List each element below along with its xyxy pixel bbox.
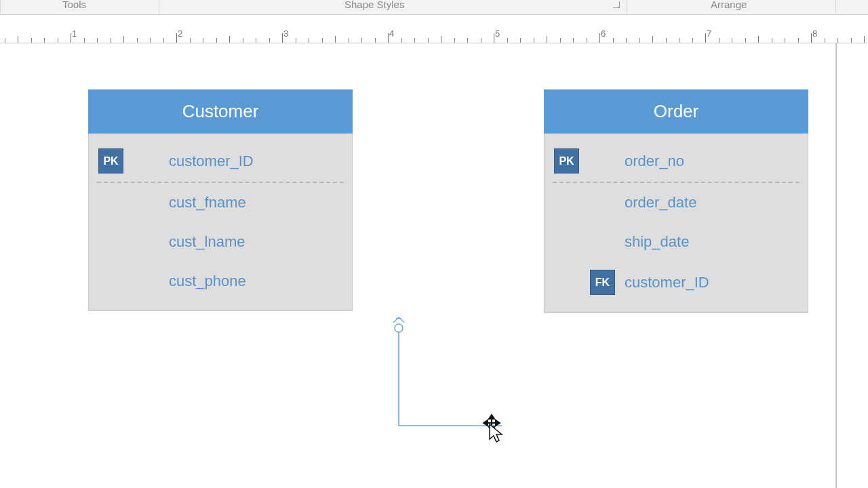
entity-order[interactable]: Order PK order_no order_date ship_date F… [544, 89, 808, 313]
entity-customer-field-row[interactable]: cust_fname [89, 183, 352, 222]
ruler-tick-minor [375, 38, 376, 43]
ruler-tick-minor [520, 38, 521, 43]
ruler-tick-minor [44, 38, 45, 43]
ruler-tick-minor [692, 38, 693, 43]
ruler-tick-minor [111, 38, 111, 43]
ruler-tick-minor [573, 38, 574, 43]
ruler-tick-minor [613, 38, 614, 43]
ruler-tick-minor [428, 38, 429, 43]
ruler-tick-minor [481, 38, 481, 43]
ruler-tick-minor [626, 38, 627, 43]
ruler-tick-minor [123, 36, 124, 43]
ruler-tick-minor [335, 36, 336, 43]
ruler-tick-minor [203, 38, 203, 43]
ruler-tick-minor [150, 38, 151, 43]
ruler-tick-minor [296, 38, 296, 43]
ribbon-separator [0, 0, 1, 14]
ribbon-group-arrange: Arrange [711, 0, 747, 9]
ribbon-group-tools: Tools [62, 0, 86, 9]
entity-order-fk-row[interactable]: FK customer_ID [545, 262, 808, 303]
field-cust-phone: cust_phone [169, 272, 246, 290]
ruler-tick-major [811, 33, 812, 43]
ruler-tick-label: 4 [389, 28, 394, 39]
svg-line-2 [399, 317, 404, 323]
entity-order-body: PK order_no order_date ship_date FK cust… [544, 134, 808, 313]
ruler-tick-minor [243, 38, 243, 43]
ruler-tick-major [71, 33, 71, 43]
ruler-tick-minor [652, 36, 653, 43]
ruler-tick-minor [798, 38, 799, 43]
ruler-tick-minor [84, 38, 85, 43]
svg-marker-9 [496, 420, 500, 426]
ruler-tick-minor [97, 38, 98, 43]
entity-order-pk-row[interactable]: PK order_no [545, 140, 808, 182]
ruler-tick-label: 7 [707, 28, 711, 39]
field-order-no: order_no [625, 152, 684, 170]
ribbon-separator [835, 0, 836, 14]
ribbon-separator [159, 0, 159, 14]
horizontal-ruler[interactable]: 12345678 [0, 15, 868, 43]
entity-order-field-row[interactable]: order_date [545, 183, 808, 222]
ruler-tick-minor [745, 38, 746, 43]
ruler-tick-minor [639, 38, 640, 43]
field-ship-date: ship_date [625, 233, 689, 251]
ruler-tick-major [282, 33, 283, 43]
svg-line-1 [393, 317, 399, 323]
svg-marker-10 [490, 424, 502, 442]
ruler-tick-minor [758, 36, 759, 43]
entity-customer-field-row[interactable]: cust_phone [89, 262, 352, 301]
ruler-tick-label: 5 [495, 28, 500, 39]
ribbon-group-shape-styles: Shape Styles [344, 0, 404, 9]
svg-marker-8 [484, 420, 488, 426]
ruler-tick-minor [467, 38, 468, 43]
field-cust-fname: cust_fname [169, 194, 246, 211]
ruler-tick-minor [547, 36, 547, 43]
ruler-tick-minor [401, 38, 402, 43]
entity-customer-title: Customer [88, 89, 353, 134]
entity-customer[interactable]: Customer PK customer_ID cust_fname cust_… [88, 89, 353, 311]
entity-customer-field-row[interactable]: cust_lname [89, 222, 352, 262]
ruler-tick-major [388, 33, 389, 43]
ruler-tick-label: 8 [812, 28, 817, 39]
relationship-connector[interactable] [393, 319, 509, 436]
ruler-tick-minor [256, 38, 256, 43]
ruler-tick-minor [229, 36, 230, 43]
entity-order-title: Order [544, 89, 808, 134]
ruler-tick-minor [190, 38, 191, 43]
entity-customer-pk-row[interactable]: PK customer_ID [89, 140, 352, 182]
ruler-tick-minor [825, 38, 825, 43]
ruler-tick-minor [163, 38, 164, 43]
ruler-tick-minor [666, 38, 667, 43]
ruler-tick-minor [560, 38, 561, 43]
ruler-tick-minor [851, 38, 852, 43]
field-customer-id-fk: customer_ID [625, 274, 709, 291]
ruler-tick-minor [269, 38, 270, 43]
shape-styles-launcher-icon[interactable] [613, 1, 620, 8]
ruler-tick-minor [216, 38, 217, 43]
ruler-tick-minor [361, 38, 362, 43]
ruler-tick-minor [5, 38, 5, 43]
ruler-tick-minor [732, 38, 732, 43]
field-order-date: order_date [625, 194, 696, 211]
ruler-tick-major [494, 33, 494, 43]
ruler-tick-label: 2 [178, 28, 182, 39]
ribbon-group-bar: Tools Shape Styles Arrange [0, 0, 868, 15]
field-customer-id: customer_ID [169, 152, 254, 170]
ruler-tick-minor [58, 38, 58, 43]
ruler-tick-minor [864, 36, 865, 43]
entity-order-field-row[interactable]: ship_date [545, 222, 808, 262]
ruler-tick-minor [587, 38, 587, 43]
ribbon-separator [627, 0, 627, 14]
ruler-tick-label: 3 [283, 28, 288, 39]
ruler-tick-minor [322, 38, 323, 43]
ruler-tick-minor [679, 38, 679, 43]
ruler-tick-minor [441, 36, 441, 43]
ruler-tick-minor [18, 36, 18, 43]
ruler-tick-minor [785, 38, 785, 43]
drawing-canvas[interactable]: Customer PK customer_ID cust_fname cust_… [0, 43, 868, 488]
ruler-tick-minor [309, 38, 309, 43]
fk-badge: FK [590, 270, 615, 295]
ruler-tick-minor [507, 38, 508, 43]
entity-customer-body: PK customer_ID cust_fname cust_lname cus… [88, 134, 353, 311]
pk-badge: PK [98, 148, 123, 174]
